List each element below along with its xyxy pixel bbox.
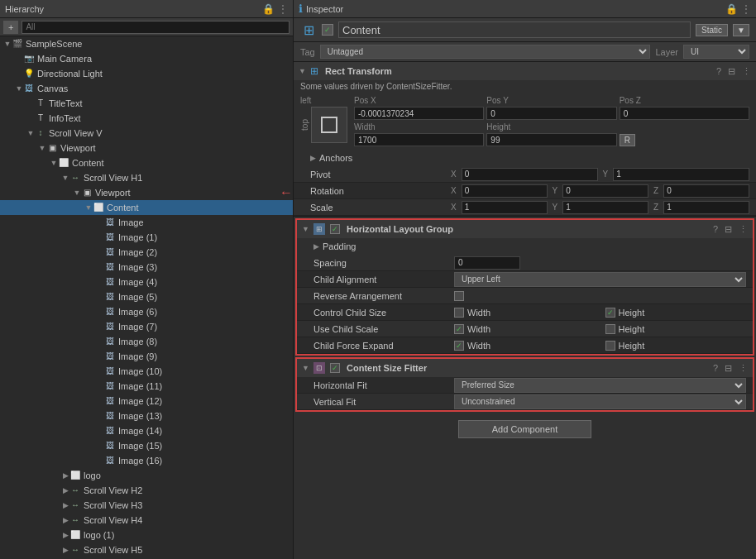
scale-height-checkbox[interactable] — [605, 324, 615, 334]
rt-preview-box[interactable] — [311, 107, 347, 143]
hierarchy-panel: Hierarchy 🔒 ⋮ + 🎬 SampleScene 📷 Main Cam… — [0, 0, 294, 559]
rot-x-field[interactable] — [462, 184, 548, 198]
arrow-viewport1 — [38, 144, 46, 152]
csf-settings-btn[interactable]: ⊟ — [725, 363, 732, 374]
control-width-checkbox[interactable] — [454, 308, 464, 318]
child-alignment-dropdown[interactable]: Upper Left — [454, 272, 746, 287]
tree-item-image6[interactable]: 🖼 Image (6) — [0, 304, 293, 319]
padding-row[interactable]: ▶ Padding — [297, 238, 753, 255]
tree-item-scrollviewh2[interactable]: ↔ Scroll View H2 — [0, 483, 293, 498]
csf-header[interactable]: ▼ ⊡ ✓ Content Size Fitter ? ⊟ ⋮ — [297, 359, 753, 377]
hlg-menu-btn[interactable]: ⋮ — [739, 224, 748, 235]
scale-z-field[interactable] — [663, 201, 749, 214]
layer-dropdown[interactable]: UI — [683, 45, 749, 59]
tree-item-image13[interactable]: 🖼 Image (13) — [0, 408, 293, 423]
tag-dropdown[interactable]: Untagged — [320, 45, 651, 59]
tree-item-scrollviewh3[interactable]: ↔ Scroll View H3 — [0, 498, 293, 513]
tree-item-logo[interactable]: ⬜ logo — [0, 468, 293, 483]
label-viewport1: Viewport — [60, 143, 96, 153]
tree-item-scrollviewh4[interactable]: ↔ Scroll View H4 — [0, 513, 293, 528]
add-component-button[interactable]: Add Component — [458, 420, 592, 438]
menu-icon[interactable]: ⋮ — [278, 3, 288, 15]
horizontal-fit-dropdown[interactable]: Preferred Size — [454, 378, 746, 393]
rot-z-field[interactable] — [663, 184, 749, 198]
tree-item-image3[interactable]: 🖼 Image (3) — [0, 260, 293, 275]
hlg-enable-check[interactable]: ✓ — [330, 224, 340, 234]
tree-item-image14[interactable]: 🖼 Image (14) — [0, 423, 293, 438]
tree-item-image15[interactable]: 🖼 Image (15) — [0, 438, 293, 453]
tree-item-image9[interactable]: 🖼 Image (9) — [0, 349, 293, 364]
tree-item-image2[interactable]: 🖼 Image (2) — [0, 245, 293, 260]
rot-y-field[interactable] — [562, 184, 648, 198]
rt-menu-btn[interactable]: ⋮ — [742, 66, 751, 77]
tree-item-image11[interactable]: 🖼 Image (11) — [0, 379, 293, 394]
lock-icon[interactable]: 🔒 — [262, 3, 275, 15]
csf-menu-btn[interactable]: ⋮ — [739, 363, 748, 374]
static-button[interactable]: Static — [696, 24, 728, 36]
tree-item-dirlight[interactable]: 💡 Directional Light — [0, 66, 293, 81]
scale-x-label: X — [451, 203, 457, 212]
tree-item-image4[interactable]: 🖼 Image (4) — [0, 275, 293, 289]
tree-item-samplescene[interactable]: 🎬 SampleScene — [0, 36, 293, 51]
tree-item-viewport1[interactable]: ▣ Viewport — [0, 141, 293, 155]
tree-item-image7[interactable]: 🖼 Image (7) — [0, 319, 293, 334]
force-width-checkbox[interactable] — [454, 341, 464, 351]
r-button[interactable]: R — [620, 134, 635, 146]
tree-item-infotext[interactable]: T InfoText — [0, 111, 293, 126]
search-input[interactable] — [22, 21, 289, 34]
posy-field[interactable] — [486, 107, 616, 120]
inspector-menu-icon[interactable]: ⋮ — [741, 3, 751, 15]
add-button[interactable]: + — [3, 21, 18, 34]
posx-group: Pos X — [354, 96, 484, 120]
hlg-header[interactable]: ▼ ⊞ ✓ Horizontal Layout Group ? ⊟ ⋮ — [297, 220, 753, 238]
object-enable-toggle[interactable]: ✓ — [322, 24, 333, 36]
control-height-checkbox[interactable] — [605, 308, 615, 318]
posz-field[interactable] — [620, 107, 749, 120]
height-field[interactable] — [486, 133, 616, 146]
scale-width-checkbox[interactable] — [454, 324, 464, 334]
tree-item-content-parent[interactable]: ⬜ Content — [0, 155, 293, 170]
static-dropdown-button[interactable]: ▼ — [733, 24, 749, 36]
tree-item-image1[interactable]: 🖼 Image (1) — [0, 230, 293, 245]
rt-settings-btn[interactable]: ⊟ — [728, 66, 735, 77]
reverse-arrangement-checkbox[interactable] — [454, 291, 464, 301]
control-height-group: Height — [605, 308, 747, 318]
tree-item-content-selected[interactable]: ⬜ Content — [0, 200, 293, 215]
object-name-field[interactable] — [338, 22, 691, 38]
tree-item-image8[interactable]: 🖼 Image (8) — [0, 334, 293, 349]
pivot-y-field[interactable] — [613, 168, 749, 181]
inspector-lock-icon[interactable]: 🔒 — [725, 3, 738, 15]
csf-enable-check[interactable]: ✓ — [330, 363, 340, 373]
tree-item-titletext[interactable]: T TitleText — [0, 96, 293, 111]
pivot-x-field[interactable] — [462, 168, 598, 181]
force-height-checkbox[interactable] — [605, 341, 615, 351]
tree-item-image12[interactable]: 🖼 Image (12) — [0, 394, 293, 408]
hlg-settings-btn[interactable]: ⊟ — [725, 224, 732, 235]
csf-help-btn[interactable]: ? — [713, 363, 718, 373]
rt-help-btn[interactable]: ? — [716, 66, 721, 76]
tree-item-scrollviewv[interactable]: ↕ Scroll View V — [0, 126, 293, 141]
hlg-help-btn[interactable]: ? — [713, 224, 718, 234]
arrow-canvas — [15, 84, 23, 93]
anchors-row[interactable]: ▶ Anchors — [294, 150, 756, 166]
vertical-fit-dropdown[interactable]: Unconstrained — [454, 394, 746, 409]
pivot-y-label: Y — [603, 170, 609, 179]
tree-item-image[interactable]: 🖼 Image — [0, 215, 293, 230]
scale-x-field[interactable] — [462, 201, 548, 214]
tree-item-logo1[interactable]: ⬜ logo (1) — [0, 528, 293, 542]
tree-item-viewport2[interactable]: ▣ Viewport ← — [0, 185, 293, 200]
pivot-label: Pivot — [310, 170, 451, 179]
rect-transform-header[interactable]: ▼ ⊞ Rect Transform ? ⊟ ⋮ — [294, 62, 756, 80]
tree-item-scrollviewh5[interactable]: ↔ Scroll View H5 — [0, 542, 293, 557]
tree-item-canvas[interactable]: 🖼 Canvas — [0, 81, 293, 96]
spacing-field[interactable] — [454, 256, 520, 270]
tree-item-image5[interactable]: 🖼 Image (5) — [0, 289, 293, 304]
posx-field[interactable] — [354, 107, 484, 120]
tree-item-scrollviewh1[interactable]: ↔ Scroll View H1 — [0, 170, 293, 185]
tree-item-maincamera[interactable]: 📷 Main Camera — [0, 51, 293, 66]
csf-arrow: ▼ — [302, 364, 310, 372]
tree-item-image10[interactable]: 🖼 Image (10) — [0, 364, 293, 379]
width-field[interactable] — [354, 133, 484, 146]
tree-item-image16[interactable]: 🖼 Image (16) — [0, 453, 293, 468]
scale-y-field[interactable] — [562, 201, 648, 214]
